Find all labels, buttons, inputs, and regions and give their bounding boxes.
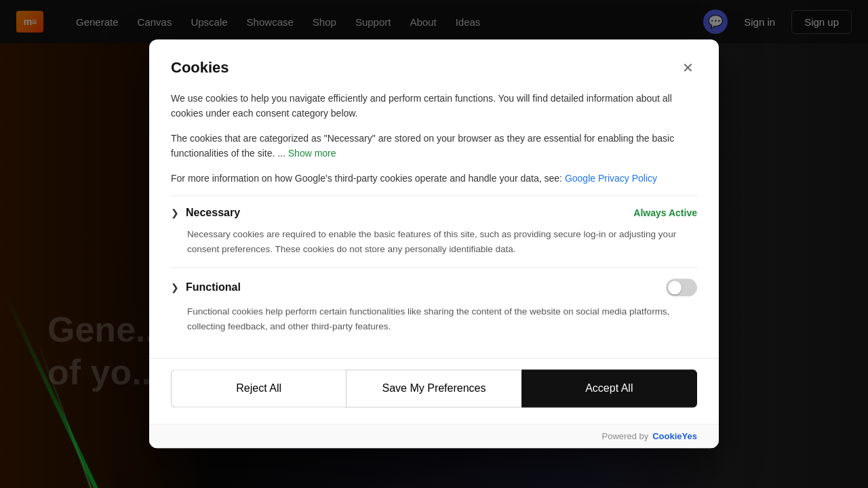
modal-footer: Reject All Save My Preferences Accept Al… (149, 359, 719, 424)
accordion-necessary-header[interactable]: ❯ Necessary Always Active (171, 207, 697, 219)
modal-para2-text: The cookies that are categorized as "Nec… (171, 133, 674, 159)
toggle-thumb (668, 281, 682, 294)
accordion-functional-title: Functional (186, 281, 241, 293)
accordion-functional-body: Functional cookies help perform certain … (171, 296, 697, 333)
toggle-track (666, 279, 697, 296)
accordion-necessary-desc: Necessary cookies are required to enable… (187, 227, 697, 256)
accordion-functional-left: ❯ Functional (171, 281, 241, 293)
save-preferences-button[interactable]: Save My Preferences (346, 370, 521, 408)
functional-toggle[interactable] (666, 279, 697, 296)
modal-para2: The cookies that are categorized as "Nec… (171, 131, 697, 161)
modal-para1: We use cookies to help you navigate effi… (171, 91, 697, 121)
chevron-down-icon: ❯ (171, 207, 179, 218)
modal-header: Cookies ✕ (149, 39, 719, 77)
cookies-modal: Cookies ✕ We use cookies to help you nav… (149, 39, 719, 448)
modal-powered-by: Powered by CookieYes (149, 424, 719, 449)
show-more-link[interactable]: Show more (288, 148, 336, 159)
google-privacy-link[interactable]: Google Privacy Policy (565, 173, 657, 184)
modal-title: Cookies (171, 59, 229, 77)
accordion-functional: ❯ Functional Functional cookies help per… (171, 267, 697, 344)
accordion-necessary-left: ❯ Necessary (171, 207, 240, 219)
accordion-necessary-body: Necessary cookies are required to enable… (171, 219, 697, 256)
modal-close-button[interactable]: ✕ (678, 58, 697, 77)
reject-all-button[interactable]: Reject All (171, 370, 346, 408)
modal-para3-text: For more information on how Google's thi… (171, 173, 562, 184)
accordion-functional-desc: Functional cookies help perform certain … (187, 304, 697, 333)
chevron-down-icon-functional: ❯ (171, 282, 179, 293)
accept-all-button[interactable]: Accept All (521, 370, 697, 408)
always-active-badge: Always Active (633, 207, 697, 218)
powered-by-label: Powered by (602, 432, 649, 442)
accordion-necessary-title: Necessary (186, 207, 240, 219)
accordion-necessary: ❯ Necessary Always Active Necessary cook… (171, 195, 697, 267)
accordion-functional-header[interactable]: ❯ Functional (171, 279, 697, 296)
modal-body: We use cookies to help you navigate effi… (149, 77, 719, 358)
modal-para3: For more information on how Google's thi… (171, 171, 697, 186)
cookieyes-brand: CookieYes (652, 432, 697, 442)
